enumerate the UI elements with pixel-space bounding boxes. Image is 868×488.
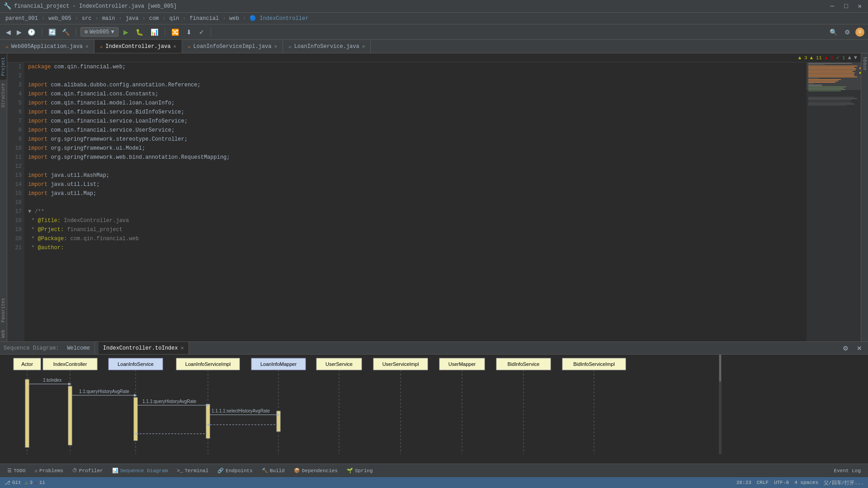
code-line-7: import com.qin.financial.service.LoanInf… (28, 117, 803, 126)
tab-indexcontroller[interactable]: ☕ IndexController.java ✕ (94, 40, 182, 53)
tab-close-2[interactable]: ✕ (274, 43, 277, 49)
code-editor[interactable]: package com.qin.financial.web; import co… (24, 62, 807, 341)
tab-loaninfoservice[interactable]: ☕ LoanInfoService.java ✕ (283, 40, 371, 53)
seq-close-button[interactable]: ✕ (854, 343, 864, 353)
nav-java[interactable]: java (124, 15, 141, 22)
code-line-3: import com.alibaba.dubbo.config.annotati… (28, 81, 803, 90)
nav-web[interactable]: web (227, 15, 241, 22)
todo-icon: ☰ (7, 468, 12, 474)
run-with-coverage[interactable]: 📊 (148, 27, 160, 37)
project-panel-toggle[interactable]: Project (0, 53, 7, 80)
line-21: 21 (10, 243, 22, 252)
seq-tab-welcome[interactable]: Welcome (62, 342, 94, 354)
cursor-position[interactable]: 28:23 (736, 480, 751, 485)
seq-settings-button[interactable]: ⚙ (840, 343, 851, 353)
expand-toggle[interactable]: ▼ (854, 55, 857, 61)
toolbar-commit[interactable]: ✓ (197, 27, 207, 37)
tab-web005application[interactable]: ☕ Web005Application.java ✕ (0, 40, 94, 53)
debug-button[interactable]: 🐛 (133, 27, 146, 37)
nav-financial[interactable]: financial (188, 15, 221, 22)
line-7: 7 (10, 117, 22, 126)
toolbar-navigate-forward[interactable]: ▶ (14, 27, 24, 37)
web-panel-toggle[interactable]: Web (0, 326, 7, 341)
nav-web005[interactable]: web_005 (47, 15, 73, 22)
toolbar-hammer[interactable]: 🔨 (60, 27, 72, 37)
minimize-button[interactable]: ─ (828, 2, 837, 11)
run-config-arrow: ▼ (111, 29, 114, 35)
app-icon: 🔧 (4, 2, 11, 10)
sequence-diagram-content[interactable]: Actor IndexController LoanInfoService Lo… (0, 355, 868, 464)
build-label: Build (270, 468, 285, 474)
hbase-panel-toggle[interactable]: hbase (861, 53, 868, 74)
tool-todo[interactable]: ☰ TODO (4, 467, 29, 474)
line-4: 4 (10, 90, 22, 99)
tool-profiler[interactable]: ⏱ Profiler (69, 467, 107, 474)
tool-spring[interactable]: 🌱 Spring (343, 467, 377, 474)
close-button[interactable]: ✕ (855, 1, 864, 11)
tool-dependencies[interactable]: 📦 Dependencies (290, 467, 341, 474)
tool-sequence-diagram[interactable]: 📊 Sequence Diagram (108, 467, 172, 474)
user-avatar[interactable]: U (855, 28, 864, 37)
event-log-label: Event Log (834, 468, 861, 474)
maximize-button[interactable]: □ (841, 2, 850, 11)
nav-indexcontroller[interactable]: 🔵 IndexController (248, 15, 310, 22)
line-2: 2 (10, 71, 22, 81)
line-ending[interactable]: CRLF (757, 480, 769, 485)
ok-badge[interactable]: ✓ 1 (836, 55, 845, 61)
vcs-status[interactable]: ⎇ Git (5, 480, 21, 486)
tool-build[interactable]: 🔨 Build (258, 467, 288, 474)
line-1: 1 (10, 62, 22, 71)
seq-tab-indexcontroller[interactable]: IndexController.toIndex ✕ (99, 342, 189, 354)
warnings-status[interactable]: ⚠ 3 ⚠ 11 (25, 480, 45, 486)
collapse-toggle[interactable]: ▲ (848, 55, 851, 61)
nav-com[interactable]: com (147, 15, 161, 22)
spring-label: Spring (355, 468, 373, 474)
event-log-button[interactable]: Event Log (830, 467, 864, 474)
toolbar-recent-files[interactable]: 🕐 (25, 27, 38, 37)
dependencies-icon: 📦 (294, 468, 300, 474)
run-button[interactable]: ▶ (121, 27, 131, 37)
tab-close-3[interactable]: ✕ (362, 43, 365, 49)
tab-close[interactable]: ✕ (85, 43, 89, 49)
warnings-icon: ⚠ (25, 480, 28, 486)
sequence-diagram-svg: Actor IndexController LoanInfoService Lo… (0, 355, 723, 454)
tool-problems[interactable]: ⚠ Problems (31, 467, 66, 474)
alert-badge[interactable]: ▲ 11 (810, 55, 822, 61)
status-right: 28:23 CRLF UTF-8 4 spaces 父/回车/打开... (736, 479, 863, 486)
git-text: 父/回车/打开... (824, 479, 863, 486)
toolbar-settings[interactable]: ⚙ (842, 27, 853, 37)
code-line-1: package com.qin.financial.web; (28, 62, 803, 71)
structure-panel-toggle[interactable]: Structure (0, 80, 7, 111)
tab-label: Web005Application.java (11, 43, 83, 50)
toolbar-search[interactable]: 🔍 (827, 27, 840, 37)
tab-loaninfoserviceimpl[interactable]: ☕ LoanInfoServiceImpl.java ✕ (182, 40, 283, 53)
nav-main[interactable]: main (100, 15, 117, 22)
error-badge[interactable]: ▲ 1 (825, 55, 834, 61)
build-icon: 🔨 (262, 468, 268, 474)
toolbar-update[interactable]: ⬇ (184, 27, 194, 37)
code-line-5: import com.qin.financial.model.loan.Loan… (28, 99, 803, 108)
svg-text:1.1.1.1:selectHistoryAvgRate: 1.1.1.1:selectHistoryAvgRate (212, 408, 270, 413)
run-config-selector[interactable]: ⚙ Web005 ▼ (80, 27, 118, 37)
nav-parent001[interactable]: parent_001 (4, 15, 40, 22)
main-area: Project Structure Favorites Web ▲ 3 ▲ 11… (0, 53, 868, 341)
toolbar-vcs[interactable]: 🔀 (169, 27, 181, 37)
tool-endpoints[interactable]: 🔗 Endpoints (214, 467, 256, 474)
editor-main: 1 2 3 4 5 6 7 8 9 10 11 12 13 14 15 16 1… (7, 62, 861, 341)
toolbar-sync[interactable]: 🔄 (46, 27, 58, 37)
tab-close-active[interactable]: ✕ (173, 43, 176, 49)
seq-tab-close[interactable]: ✕ (180, 345, 184, 351)
indent-status[interactable]: 4 spaces (794, 480, 818, 485)
nav-src[interactable]: src (80, 15, 94, 22)
git-status[interactable]: 父/回车/打开... (824, 479, 863, 486)
tool-terminal[interactable]: >_ Terminal (173, 467, 212, 474)
toolbar-navigate-back[interactable]: ◀ (4, 27, 13, 37)
line-6: 6 (10, 108, 22, 117)
line-18: 18 (10, 216, 22, 225)
nav-qin[interactable]: qin (168, 15, 181, 22)
encoding-status[interactable]: UTF-8 (774, 480, 789, 485)
warning-badge[interactable]: ▲ 3 (798, 55, 807, 61)
favorites-panel-toggle[interactable]: Favorites (0, 294, 7, 326)
tab-label-active: IndexController.java (105, 43, 170, 50)
toolbar: ◀ ▶ 🕐 🔄 🔨 ⚙ Web005 ▼ ▶ 🐛 📊 🔀 ⬇ ✓ 🔍 ⚙ U (0, 24, 868, 40)
